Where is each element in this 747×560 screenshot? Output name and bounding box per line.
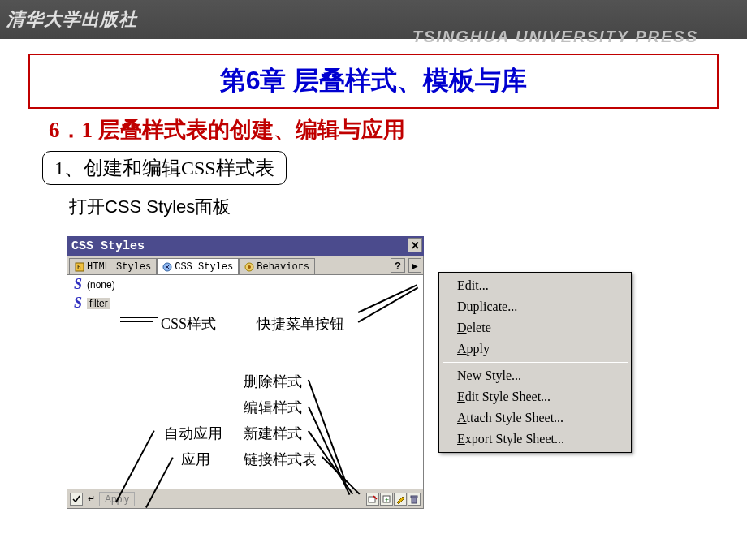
section-title: 6．1 层叠样式表的创建、编辑与应用 (49, 115, 747, 144)
css-styles-icon (162, 262, 172, 272)
panel-tabs: h HTML Styles CSS Styles Behaviors ? ▶ (67, 256, 424, 275)
new-style-button[interactable]: + (380, 493, 393, 506)
panel-title: CSS Styles (71, 239, 145, 253)
delete-style-button[interactable] (408, 493, 421, 506)
context-menu: Edit... Duplicate... Delete Apply New St… (438, 272, 632, 453)
html-styles-icon: h (75, 262, 84, 272)
tab-html-styles[interactable]: h HTML Styles (69, 258, 157, 274)
close-icon[interactable]: ✕ (408, 238, 422, 252)
svg-text:+: + (385, 495, 389, 503)
arrow-icon[interactable]: ↵ (84, 493, 97, 506)
chapter-title-box: 第6章 层叠样式、模板与库 (28, 54, 719, 109)
sub-item-box: 1、创建和编辑CSS样式表 (42, 151, 287, 185)
annotation-edit-style: 编辑样式 (244, 398, 302, 417)
flyout-menu-button[interactable]: ▶ (408, 258, 421, 273)
style-item-none[interactable]: S (none) (67, 275, 423, 294)
annotation-apply: 应用 (181, 450, 210, 469)
edit-style-button[interactable] (394, 493, 407, 506)
annotation-shortcut-btn: 快捷菜单按钮 (257, 314, 344, 334)
publisher-name-en: TSINGHUA UNIVERSITY PRESS (412, 28, 698, 46)
annotation-link-sheet: 链接样式表 (244, 450, 317, 469)
sub-instruction: 打开CSS Styles面板 (69, 195, 747, 219)
panel-body: S (none) S filter ↵ Apply + (67, 275, 424, 509)
svg-rect-5 (369, 497, 375, 502)
menu-item-apply[interactable]: Apply (441, 338, 629, 360)
annotation-delete-style: 删除样式 (244, 372, 302, 391)
menu-item-edit-style-sheet[interactable]: Edit Style Sheet... (441, 386, 629, 407)
annotation-auto-apply: 自动应用 (164, 424, 222, 443)
publisher-name-cn: 清华大学出版社 (6, 7, 137, 32)
behaviors-icon (244, 262, 254, 272)
menu-item-duplicate[interactable]: Duplicate... (441, 296, 629, 317)
svg-point-4 (248, 265, 251, 269)
style-glyph-icon: S (72, 295, 84, 312)
menu-item-delete[interactable]: Delete (441, 317, 629, 338)
help-icon[interactable]: ? (391, 258, 405, 273)
sub-item-text: 1、创建和编辑CSS样式表 (54, 157, 274, 179)
annotation-new-style: 新建样式 (244, 424, 302, 443)
panel-titlebar[interactable]: CSS Styles ✕ (67, 236, 424, 256)
chapter-title: 第6章 层叠样式、模板与库 (30, 63, 717, 99)
attach-stylesheet-button[interactable] (366, 493, 379, 506)
svg-rect-8 (412, 498, 417, 503)
svg-text:h: h (77, 264, 81, 271)
menu-item-edit[interactable]: Edit... (441, 275, 629, 296)
annotation-css-style: CSS样式 (161, 314, 216, 334)
menu-item-attach-style-sheet[interactable]: Attach Style Sheet... (441, 407, 629, 429)
menu-separator (443, 362, 628, 363)
style-item-filter[interactable]: S filter (67, 294, 423, 312)
tab-behaviors[interactable]: Behaviors (239, 258, 315, 274)
style-glyph-icon: S (72, 276, 84, 293)
auto-apply-checkbox[interactable] (70, 493, 83, 506)
svg-rect-9 (411, 496, 417, 498)
menu-item-new-style[interactable]: New Style... (441, 365, 629, 386)
menu-item-export-style-sheet[interactable]: Export Style Sheet... (441, 429, 629, 450)
tab-css-styles[interactable]: CSS Styles (157, 258, 239, 274)
